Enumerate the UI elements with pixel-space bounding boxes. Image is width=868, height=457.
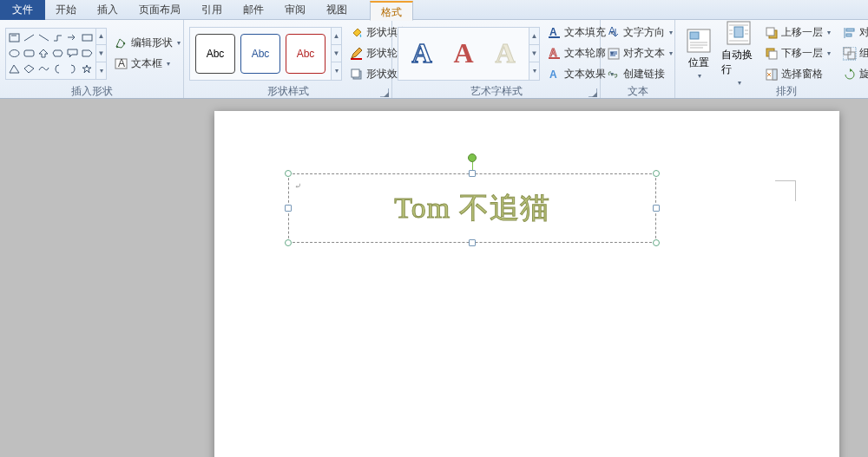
text-effects-label: 文本效果 bbox=[564, 67, 606, 82]
resize-handle-tr[interactable] bbox=[653, 170, 660, 177]
shape-style-sample-3[interactable]: Abc bbox=[286, 34, 326, 74]
shapes-gallery-more[interactable]: ▲▼▾ bbox=[96, 28, 107, 80]
textbox-button[interactable]: A 文本框 ▾ bbox=[110, 54, 185, 74]
shape-style-sample-2[interactable]: Abc bbox=[240, 34, 280, 74]
svg-rect-38 bbox=[766, 28, 774, 36]
svg-rect-0 bbox=[10, 34, 19, 42]
rotate-handle[interactable] bbox=[468, 153, 477, 162]
shape-style-more[interactable]: ▲▼▾ bbox=[332, 27, 342, 81]
bring-forward-label: 上移一层 bbox=[781, 25, 823, 40]
dialog-launcher-wordart[interactable] bbox=[589, 88, 597, 97]
group-shape-styles-label: 形状样式 bbox=[267, 85, 309, 97]
shape-uparrow-icon bbox=[38, 49, 49, 58]
text-fill-icon: A bbox=[548, 26, 562, 40]
tab-view[interactable]: 视图 bbox=[316, 0, 358, 20]
tab-mailings[interactable]: 邮件 bbox=[233, 0, 274, 20]
shape-wave-icon bbox=[38, 64, 49, 74]
tab-home[interactable]: 开始 bbox=[45, 0, 87, 20]
edit-shape-icon bbox=[115, 36, 128, 50]
tab-review[interactable]: 审阅 bbox=[274, 0, 316, 20]
svg-rect-11 bbox=[351, 58, 362, 60]
shape-style-sample-1[interactable]: Abc bbox=[195, 34, 235, 74]
resize-handle-tm[interactable] bbox=[469, 170, 476, 177]
svg-text:A: A bbox=[549, 47, 557, 59]
group-wordart-label: 艺术字样式 bbox=[470, 85, 523, 97]
align-button[interactable]: 对齐▾ bbox=[838, 23, 868, 42]
wordart-more[interactable]: ▲▼▾ bbox=[529, 27, 540, 81]
effects-icon bbox=[350, 68, 364, 82]
tab-file[interactable]: 文件 bbox=[0, 0, 45, 20]
send-backward-button[interactable]: 下移一层▾ bbox=[760, 43, 835, 63]
bucket-icon bbox=[350, 26, 364, 40]
wordart-gallery[interactable]: A A A bbox=[398, 27, 529, 81]
create-link-button[interactable]: 创建链接 bbox=[602, 64, 677, 84]
tab-page-layout[interactable]: 页面布局 bbox=[128, 0, 191, 20]
bring-forward-icon bbox=[765, 26, 779, 40]
shape-tri-icon bbox=[9, 64, 20, 74]
group-label-btn: 组合 bbox=[859, 46, 868, 61]
dialog-launcher-shape-styles[interactable] bbox=[380, 88, 389, 97]
selection-pane-button[interactable]: 选择窗格 bbox=[760, 64, 835, 84]
send-backward-icon bbox=[765, 47, 779, 61]
edit-shape-button[interactable]: 编辑形状 ▾ bbox=[110, 33, 185, 53]
svg-rect-46 bbox=[844, 48, 851, 55]
shape-brace-icon bbox=[52, 64, 63, 74]
svg-point-8 bbox=[123, 42, 125, 43]
shape-textbox-icon bbox=[9, 33, 20, 42]
svg-rect-17 bbox=[549, 57, 560, 59]
shapes-gallery[interactable] bbox=[5, 28, 96, 80]
align-text-label: 对齐文本 bbox=[623, 46, 665, 61]
rotate-label: 旋转 bbox=[859, 67, 868, 82]
resize-handle-bl[interactable] bbox=[285, 239, 292, 246]
text-outline-label: 文本轮廓 bbox=[564, 46, 606, 61]
position-label: 位置 bbox=[688, 55, 709, 70]
chevron-down-icon: ▾ bbox=[167, 60, 170, 68]
text-direction-label: 文字方向 bbox=[623, 25, 665, 40]
wrap-text-button[interactable]: 自动换行▾ bbox=[720, 26, 757, 82]
wordart-sample-2[interactable]: A bbox=[445, 36, 482, 72]
text-fill-label: 文本填充 bbox=[564, 25, 606, 40]
wrap-label: 自动换行 bbox=[721, 48, 756, 77]
svg-line-2 bbox=[24, 35, 34, 41]
textbox-icon: A bbox=[115, 57, 128, 71]
edit-shape-label: 编辑形状 bbox=[131, 36, 173, 50]
group-shape-styles: Abc Abc Abc ▲▼▾ 形状填充▾ 形状轮廓▾ 形状效果▾ bbox=[184, 20, 392, 98]
group-button[interactable]: 组合▾ bbox=[838, 43, 868, 63]
wordart-sample-3[interactable]: A bbox=[487, 36, 523, 72]
document-page[interactable]: ⤶ Tom 不追猫 bbox=[214, 111, 839, 457]
shape-diamond-icon bbox=[23, 64, 35, 74]
bring-forward-button[interactable]: 上移一层▾ bbox=[760, 23, 835, 42]
rotate-button[interactable]: 旋转▾ bbox=[838, 64, 868, 84]
resize-handle-bm[interactable] bbox=[469, 239, 476, 246]
shape-style-gallery[interactable]: Abc Abc Abc bbox=[189, 27, 332, 81]
svg-rect-13 bbox=[352, 69, 359, 77]
workspace[interactable]: ⤶ Tom 不追猫 bbox=[0, 99, 868, 457]
pen-icon bbox=[350, 47, 364, 61]
svg-text:A: A bbox=[549, 26, 557, 38]
align-text-button[interactable]: 对齐文本▾ bbox=[602, 43, 677, 63]
resize-handle-ml[interactable] bbox=[285, 205, 292, 212]
position-button[interactable]: 位置▾ bbox=[681, 26, 717, 82]
svg-rect-47 bbox=[848, 52, 855, 59]
group-text-label: 文本 bbox=[628, 85, 648, 97]
text-outline-icon: A bbox=[548, 47, 562, 61]
wordart-text[interactable]: Tom 不追猫 bbox=[394, 188, 549, 228]
resize-handle-tl[interactable] bbox=[285, 170, 292, 177]
text-direction-button[interactable]: A 文字方向▾ bbox=[602, 23, 677, 42]
tab-references[interactable]: 引用 bbox=[191, 0, 233, 20]
send-backward-label: 下移一层 bbox=[781, 46, 823, 61]
selected-wordart-textbox[interactable]: ⤶ Tom 不追猫 bbox=[288, 173, 656, 243]
margin-indicator bbox=[775, 180, 796, 201]
svg-rect-30 bbox=[734, 27, 743, 37]
svg-rect-4 bbox=[82, 35, 92, 41]
resize-handle-mr[interactable] bbox=[653, 205, 660, 212]
group-arrange: 位置▾ 自动换行▾ 上移一层▾ 下移一层▾ 选择窗格 bbox=[675, 20, 868, 98]
tab-format[interactable]: 格式 bbox=[370, 1, 413, 21]
svg-rect-15 bbox=[549, 36, 560, 38]
group-insert-shapes-label: 插入形状 bbox=[71, 85, 113, 97]
resize-handle-br[interactable] bbox=[653, 239, 660, 246]
align-label: 对齐 bbox=[859, 25, 868, 40]
ribbon: ▲▼▾ 编辑形状 ▾ A 文本框 ▾ 插入形状 bbox=[0, 20, 868, 99]
tab-insert[interactable]: 插入 bbox=[87, 0, 128, 20]
wordart-sample-1[interactable]: A bbox=[404, 36, 440, 72]
